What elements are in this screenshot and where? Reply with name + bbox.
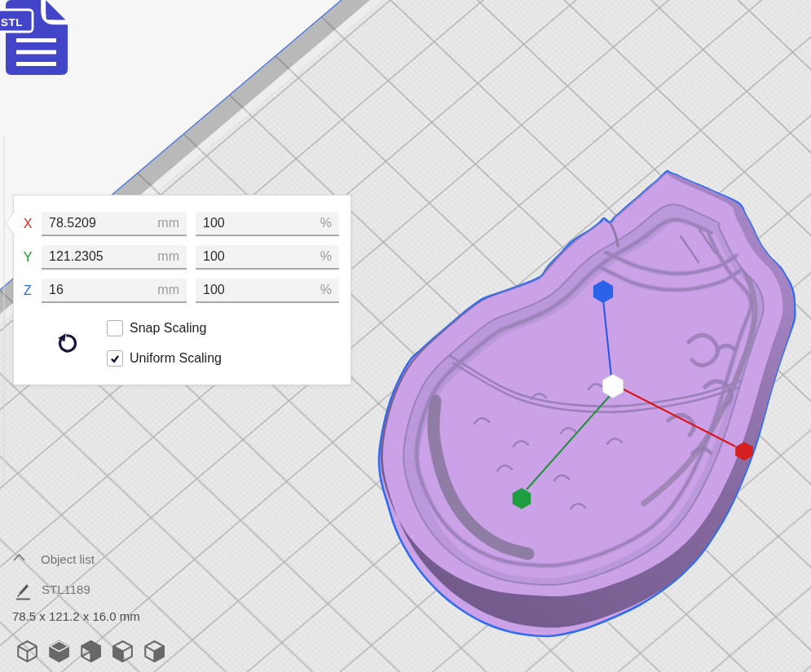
- svg-text:STL: STL: [1, 16, 23, 29]
